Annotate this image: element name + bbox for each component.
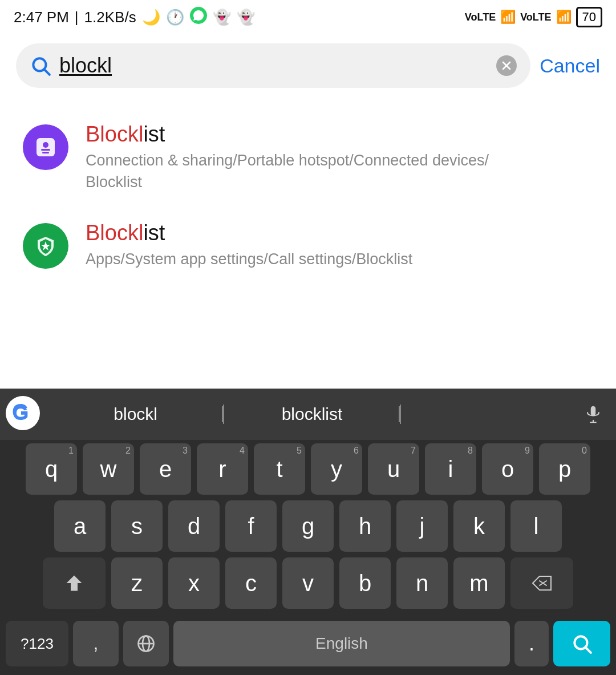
key-t[interactable]: t5: [254, 443, 305, 495]
key-a[interactable]: a: [54, 500, 106, 552]
suggestion-blockl[interactable]: blockl: [48, 405, 224, 424]
search-icon: [30, 55, 51, 76]
cancel-button[interactable]: Cancel: [540, 55, 600, 77]
result-title-1: Blocklist: [86, 122, 489, 147]
result-icon-2: [23, 223, 68, 269]
alarm-icon: 🕐: [166, 9, 184, 26]
period-key[interactable]: .: [514, 621, 549, 666]
mic-icon[interactable]: [576, 397, 610, 431]
result-item-1[interactable]: Blocklist Connection & sharing/Portable …: [0, 108, 616, 207]
title-normal-2: ist: [143, 221, 165, 245]
key-w[interactable]: w2: [83, 443, 134, 495]
key-u[interactable]: u7: [368, 443, 419, 495]
svg-line-22: [586, 648, 591, 653]
key-e[interactable]: e3: [140, 443, 191, 495]
volte-badge-2: VoLTE: [520, 11, 551, 23]
title-highlight-1: Blockl: [86, 122, 143, 146]
key-y[interactable]: y6: [311, 443, 362, 495]
comma-key[interactable]: ,: [73, 621, 119, 666]
status-bar: 2:47 PM | 1.2KB/s 🌙 🕐 👻 👻 VoLTE 📶 VoLTE …: [0, 0, 616, 34]
google-logo: G G: [6, 396, 42, 433]
key-s[interactable]: s: [111, 500, 163, 552]
search-input[interactable]: blockl: [59, 54, 488, 78]
clear-search-button[interactable]: [496, 55, 517, 76]
key-row-2: a s d f g h j k l: [0, 500, 616, 552]
key-k[interactable]: k: [453, 500, 505, 552]
svg-rect-7: [41, 149, 50, 151]
key-i[interactable]: i8: [425, 443, 476, 495]
key-d[interactable]: d: [168, 500, 220, 552]
suggestions-row: G G blockl blocklist: [0, 389, 616, 440]
key-v[interactable]: v: [282, 557, 334, 609]
moon-icon: 🌙: [142, 9, 160, 26]
time-display: 2:47 PM: [14, 9, 69, 26]
result-text-2: Blocklist Apps/System app settings/Call …: [86, 221, 412, 270]
title-normal-1: ist: [143, 122, 165, 146]
key-row-1: q1 w2 e3 r4 t5 y6 u7 i8 o9 p0: [0, 443, 616, 495]
key-p[interactable]: p0: [539, 443, 590, 495]
separator: |: [75, 9, 79, 26]
key-q[interactable]: q1: [26, 443, 77, 495]
svg-rect-8: [42, 152, 49, 153]
key-f[interactable]: f: [225, 500, 277, 552]
search-box[interactable]: blockl: [16, 43, 530, 88]
battery-indicator: 70: [576, 7, 602, 27]
volte-badge-1: VoLTE: [465, 11, 496, 23]
key-z[interactable]: z: [111, 557, 163, 609]
key-j[interactable]: j: [396, 500, 448, 552]
results-container: Blocklist Connection & sharing/Portable …: [0, 97, 616, 295]
numbers-key[interactable]: ?123: [6, 621, 68, 666]
globe-key[interactable]: [123, 621, 169, 666]
search-submit-key[interactable]: [553, 621, 610, 666]
key-row-3: z x c v b n m: [0, 557, 616, 609]
snapchat-icon-1: 👻: [213, 9, 231, 26]
key-r[interactable]: r4: [197, 443, 248, 495]
backspace-key[interactable]: [510, 557, 573, 609]
key-g[interactable]: g: [282, 500, 334, 552]
result-path-1: Connection & sharing/Portable hotspot/Co…: [86, 150, 489, 193]
key-o[interactable]: o9: [482, 443, 533, 495]
svg-rect-13: [591, 406, 596, 416]
status-right: VoLTE 📶 VoLTE 📶 70: [465, 7, 602, 27]
signal-2: 📶: [556, 10, 572, 25]
key-rows: q1 w2 e3 r4 t5 y6 u7 i8 o9 p0 a s d f g …: [0, 440, 616, 618]
whatsapp-icon: [190, 7, 207, 28]
signal-4g: 📶: [500, 10, 516, 25]
keyboard: G G blockl blocklist q1 w2 e3: [0, 389, 616, 675]
result-icon-1: [23, 124, 68, 170]
bottom-row: ?123 , English .: [0, 618, 616, 675]
network-speed: 1.2KB/s: [84, 9, 136, 26]
snapchat-icon-2: 👻: [237, 9, 255, 26]
key-b[interactable]: b: [339, 557, 391, 609]
result-title-2: Blocklist: [86, 221, 412, 245]
key-m[interactable]: m: [453, 557, 505, 609]
key-x[interactable]: x: [168, 557, 220, 609]
suggestion-blocklist[interactable]: blocklist: [224, 405, 400, 424]
search-container: blockl Cancel: [0, 34, 616, 97]
spacebar-key[interactable]: English: [173, 621, 510, 666]
svg-point-6: [43, 142, 48, 148]
key-l[interactable]: l: [510, 500, 562, 552]
result-item-2[interactable]: Blocklist Apps/System app settings/Call …: [0, 207, 616, 284]
shift-key[interactable]: [43, 557, 106, 609]
title-highlight-2: Blockl: [86, 221, 143, 245]
key-h[interactable]: h: [339, 500, 391, 552]
status-left: 2:47 PM | 1.2KB/s 🌙 🕐 👻 👻: [14, 7, 255, 28]
svg-line-2: [44, 70, 50, 75]
result-text-1: Blocklist Connection & sharing/Portable …: [86, 122, 489, 193]
key-n[interactable]: n: [396, 557, 448, 609]
result-path-2: Apps/System app settings/Call settings/B…: [86, 249, 412, 270]
key-c[interactable]: c: [225, 557, 277, 609]
svg-text:G: G: [13, 402, 29, 425]
